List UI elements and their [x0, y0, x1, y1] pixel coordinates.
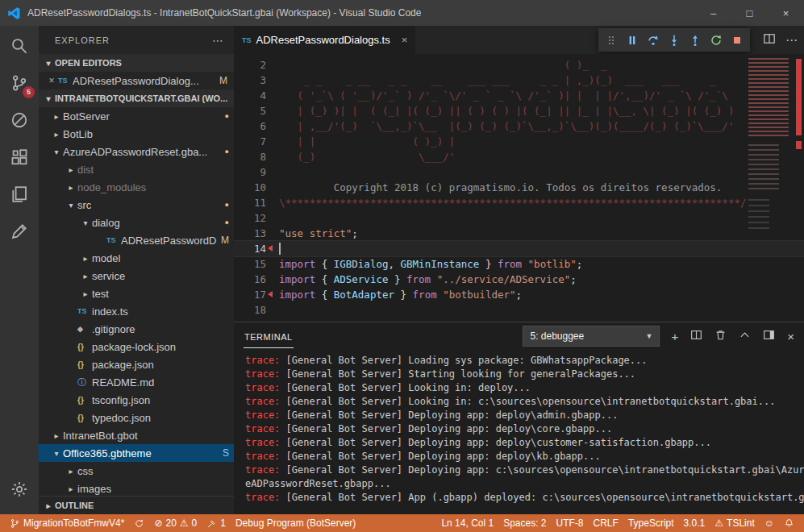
- tab-terminal[interactable]: TERMINAL: [244, 325, 294, 348]
- ts-file-icon: TS: [242, 36, 252, 44]
- drag-handle[interactable]: [601, 30, 622, 51]
- eol-item[interactable]: CRLF: [589, 514, 623, 532]
- git-gutter-mark: [266, 88, 279, 103]
- notifications-item[interactable]: [779, 514, 799, 532]
- maximize-panel-button[interactable]: [739, 329, 751, 343]
- debug-button[interactable]: [0, 102, 39, 139]
- debug-target-item[interactable]: Debug Program (BotServer): [231, 514, 360, 532]
- tree-item[interactable]: TSADResetPasswordDial...M: [39, 231, 234, 249]
- code-line: 6 | ,__/'(_) `\__,_)`\__ |(_) (_) (_)`\_…: [234, 118, 804, 134]
- tree-item[interactable]: ▸node_modules: [39, 178, 234, 196]
- code-token: ( '_`\ ( '__)/'_` ) /'_ `\/' _ ` _ `\ /'…: [279, 89, 728, 102]
- minimap-content: [748, 58, 789, 137]
- more-actions-button[interactable]: ⋯: [785, 33, 798, 48]
- tslint-item[interactable]: ⚠ TSLint: [710, 514, 759, 532]
- extensions-button[interactable]: [0, 139, 39, 176]
- kill-terminal-button[interactable]: [714, 329, 727, 343]
- bell-icon: [784, 518, 794, 529]
- tree-item[interactable]: {}package-lock.json: [39, 338, 234, 355]
- feedback-item[interactable]: ☺: [760, 514, 779, 532]
- open-editors-header[interactable]: ▾ OPEN EDITORS: [39, 54, 234, 72]
- maximize-button[interactable]: □: [731, 0, 768, 26]
- indentation-item[interactable]: Spaces: 2: [498, 514, 551, 532]
- language-item[interactable]: TypeScript: [623, 514, 679, 532]
- search-button[interactable]: [0, 27, 39, 64]
- chevron-down-icon: ▾: [42, 59, 55, 68]
- tree-item[interactable]: ▸dist: [39, 160, 234, 178]
- tree-item[interactable]: ▸model: [39, 249, 234, 267]
- minimap[interactable]: [746, 54, 793, 322]
- code-text: import { IGBDialog, GBMinInstance } from…: [279, 256, 804, 272]
- terminal-line: trace: [General Bot Server] Deploying ap…: [245, 422, 804, 436]
- git-branch-item[interactable]: MigrationToBotFmwV4*: [5, 514, 129, 532]
- tree-item[interactable]: TSindex.ts: [39, 302, 234, 320]
- open-editor-item[interactable]: × TS ADResetPasswordDialog... M: [39, 72, 234, 89]
- code-text: [279, 241, 804, 256]
- tree-item[interactable]: ▾src●: [39, 196, 234, 214]
- source-control-button[interactable]: 5: [0, 64, 39, 102]
- code-token: Copyright 2018 (c) pragmatismo.io. Todos…: [279, 181, 722, 193]
- step-over-button[interactable]: [643, 30, 664, 51]
- git-gutter-mark: [266, 241, 279, 256]
- git-gutter-mark: [266, 164, 279, 180]
- tab-adresetpassworddialogs[interactable]: TS ADResetPasswordDialogs.ts ×: [234, 26, 415, 54]
- terminal-output[interactable]: trace: [General Bot Server] Loading sys …: [234, 350, 804, 514]
- tree-item[interactable]: ▸test: [39, 285, 234, 302]
- explorer-button[interactable]: [0, 176, 39, 213]
- step-into-button[interactable]: [664, 30, 685, 51]
- tasks-item[interactable]: 1: [202, 514, 231, 532]
- git-gutter-mark: [266, 103, 279, 118]
- ts-version-item[interactable]: 3.0.1: [679, 514, 710, 532]
- tree-item[interactable]: ▸service: [39, 267, 234, 285]
- split-terminal-button[interactable]: [690, 329, 702, 343]
- minimize-button[interactable]: –: [695, 0, 731, 26]
- tree-item[interactable]: ⓘREADME.md: [39, 373, 234, 391]
- tree-item[interactable]: ▸BotServer●: [39, 107, 234, 125]
- chevron-right-icon: [65, 396, 77, 405]
- problems-item[interactable]: ⊘ 20 ⚠ 0: [149, 514, 202, 532]
- split-editor-button[interactable]: [763, 32, 776, 48]
- encoding-item[interactable]: UTF-8: [552, 514, 589, 532]
- pause-button[interactable]: [622, 30, 643, 51]
- terminal-selector[interactable]: 5: debuggee ▼: [523, 326, 660, 347]
- tree-item[interactable]: ▸BotLib: [39, 125, 234, 143]
- sync-button[interactable]: [129, 514, 149, 532]
- close-panel-button[interactable]: ×: [787, 330, 794, 343]
- code-area[interactable]: 2 ( )_ _3 _ _ _ __ _ _ __ ___ ___ _ _ | …: [234, 54, 804, 322]
- edit-button[interactable]: [0, 213, 39, 250]
- tree-item[interactable]: ▸IntranetBot.gbot: [39, 426, 234, 444]
- tree-item[interactable]: ▾Office365.gbthemeS: [39, 444, 234, 462]
- restart-button[interactable]: [706, 30, 727, 51]
- grip-icon: [605, 34, 618, 47]
- code-line: 11\*************************************…: [234, 195, 804, 210]
- cursor-position-item[interactable]: Ln 14, Col 1: [436, 514, 498, 532]
- settings-button[interactable]: [0, 471, 39, 508]
- code-token: ,: [388, 258, 400, 270]
- tree-item[interactable]: {}typedoc.json: [39, 409, 234, 426]
- terminal-text: [General Bot Server] Deploying app: depl…: [280, 423, 612, 434]
- error-count: 20: [165, 517, 176, 529]
- open-editors-label: OPEN EDITORS: [55, 58, 122, 68]
- split-editor-icon: [763, 32, 776, 45]
- new-terminal-button[interactable]: +: [671, 330, 678, 343]
- tree-item[interactable]: {}package.json: [39, 355, 234, 373]
- warning-count: 0: [192, 517, 198, 529]
- close-icon[interactable]: ×: [45, 75, 58, 86]
- tree-item[interactable]: ▾dialog●: [39, 214, 234, 231]
- move-panel-button[interactable]: [763, 329, 775, 343]
- step-out-button[interactable]: [685, 30, 706, 51]
- tree-item[interactable]: ▾AzureADPasswordReset.gba...●: [39, 143, 234, 160]
- tree-item[interactable]: ▸images: [39, 480, 234, 496]
- stop-button[interactable]: [727, 30, 748, 51]
- outline-header[interactable]: ▸ OUTLINE: [39, 496, 234, 514]
- close-button[interactable]: ×: [768, 0, 804, 26]
- tree-item[interactable]: ◆.gitignore: [39, 320, 234, 338]
- editor[interactable]: 2 ( )_ _3 _ _ _ __ _ _ __ ___ ___ _ _ | …: [234, 54, 804, 322]
- terminal-line: trace: [General Bot Server] Loading sys …: [245, 354, 804, 368]
- workspace-header[interactable]: ▾ INTRANETBOTQUICKSTART.GBAI (WO...: [39, 89, 234, 107]
- tree-item[interactable]: ▸css: [39, 462, 234, 480]
- more-actions-icon[interactable]: ⋯: [212, 34, 224, 47]
- close-icon[interactable]: ×: [402, 34, 408, 46]
- line-number: 18: [234, 302, 266, 318]
- tree-item[interactable]: {}tsconfig.json: [39, 391, 234, 409]
